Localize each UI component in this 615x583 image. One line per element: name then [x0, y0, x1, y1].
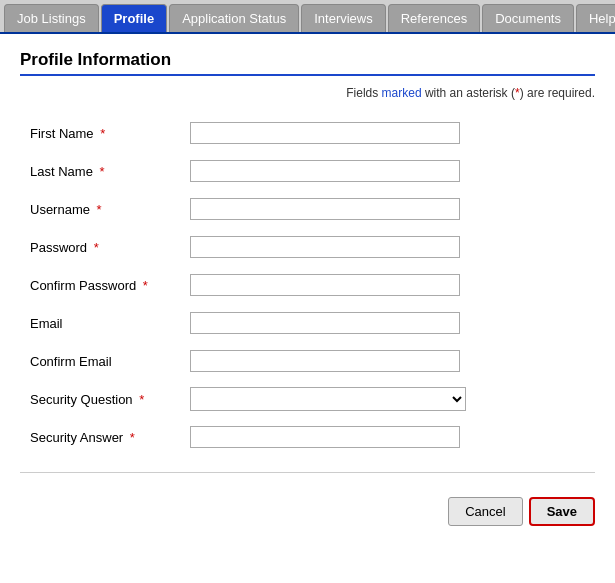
- label-password: Password *: [20, 228, 190, 266]
- required-star-password: *: [90, 240, 99, 255]
- tab-profile[interactable]: Profile: [101, 4, 167, 32]
- form-row-security-answer: Security Answer *: [20, 418, 595, 456]
- required-star-security-question: *: [136, 392, 145, 407]
- label-security-answer: Security Answer *: [20, 418, 190, 456]
- confirm-password-input[interactable]: [190, 274, 460, 296]
- tab-references[interactable]: References: [388, 4, 480, 32]
- asterisk-symbol: *: [515, 86, 520, 100]
- input-cell-password: [190, 228, 595, 266]
- label-confirm-password: Confirm Password *: [20, 266, 190, 304]
- form-row-email: Email: [20, 304, 595, 342]
- input-cell-last-name: [190, 152, 595, 190]
- confirm-email-input[interactable]: [190, 350, 460, 372]
- tab-job-listings[interactable]: Job Listings: [4, 4, 99, 32]
- input-cell-first-name: [190, 114, 595, 152]
- main-content: Profile Information Fields marked with a…: [0, 34, 615, 472]
- label-username: Username *: [20, 190, 190, 228]
- security-question-select[interactable]: [190, 387, 466, 411]
- profile-form: First Name *Last Name *Username *Passwor…: [20, 114, 595, 456]
- form-row-username: Username *: [20, 190, 595, 228]
- label-confirm-email: Confirm Email: [20, 342, 190, 380]
- form-row-password: Password *: [20, 228, 595, 266]
- tab-bar: Job ListingsProfileApplication StatusInt…: [0, 0, 615, 34]
- save-button[interactable]: Save: [529, 497, 595, 526]
- form-row-first-name: First Name *: [20, 114, 595, 152]
- required-star-last-name: *: [96, 164, 105, 179]
- email-input[interactable]: [190, 312, 460, 334]
- security-answer-input[interactable]: [190, 426, 460, 448]
- input-cell-security-answer: [190, 418, 595, 456]
- input-cell-email: [190, 304, 595, 342]
- required-star-security-answer: *: [126, 430, 135, 445]
- input-cell-username: [190, 190, 595, 228]
- input-cell-confirm-email: [190, 342, 595, 380]
- username-input[interactable]: [190, 198, 460, 220]
- input-cell-security-question: [190, 380, 595, 418]
- required-star-first-name: *: [97, 126, 106, 141]
- form-row-security-question: Security Question *: [20, 380, 595, 418]
- form-row-last-name: Last Name *: [20, 152, 595, 190]
- form-row-confirm-email: Confirm Email: [20, 342, 595, 380]
- required-note: Fields marked with an asterisk (*) are r…: [20, 86, 595, 100]
- last-name-input[interactable]: [190, 160, 460, 182]
- marked-word: marked: [382, 86, 422, 100]
- bottom-divider: [20, 472, 595, 473]
- title-divider: [20, 74, 595, 76]
- page-title: Profile Information: [20, 50, 595, 70]
- first-name-input[interactable]: [190, 122, 460, 144]
- label-email: Email: [20, 304, 190, 342]
- button-bar: Cancel Save: [0, 483, 615, 536]
- password-input[interactable]: [190, 236, 460, 258]
- input-cell-confirm-password: [190, 266, 595, 304]
- cancel-button[interactable]: Cancel: [448, 497, 522, 526]
- required-star-confirm-password: *: [139, 278, 148, 293]
- tab-application-status[interactable]: Application Status: [169, 4, 299, 32]
- tab-documents[interactable]: Documents: [482, 4, 574, 32]
- required-star-username: *: [93, 202, 102, 217]
- label-first-name: First Name *: [20, 114, 190, 152]
- label-security-question: Security Question *: [20, 380, 190, 418]
- form-row-confirm-password: Confirm Password *: [20, 266, 595, 304]
- label-last-name: Last Name *: [20, 152, 190, 190]
- tab-help[interactable]: Help: [576, 4, 615, 32]
- tab-interviews[interactable]: Interviews: [301, 4, 386, 32]
